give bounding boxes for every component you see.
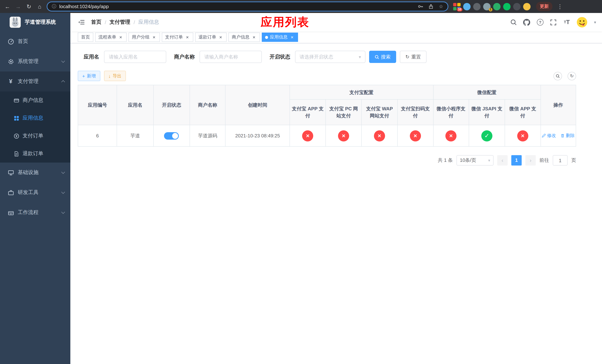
status-select[interactable]: 请选择开启状态 ▾: [295, 51, 366, 63]
sidebar-item-workflow[interactable]: 工作流程: [0, 203, 70, 223]
extension-icon-1[interactable]: 10: [453, 3, 461, 10]
share-icon[interactable]: [429, 4, 434, 9]
toggle-search-icon[interactable]: [553, 72, 562, 80]
refund-doc-icon: [13, 151, 19, 157]
next-page-button[interactable]: ›: [525, 155, 536, 166]
enabled-status-icon: ✓: [481, 130, 492, 141]
extension-icon-5[interactable]: [493, 3, 501, 10]
page-size-select[interactable]: 10条/页 ▾: [456, 155, 494, 166]
prev-page-button[interactable]: ‹: [497, 155, 508, 166]
help-icon[interactable]: ?: [537, 19, 544, 26]
close-icon[interactable]: ×: [151, 35, 157, 40]
extension-icon-4[interactable]: 1: [483, 3, 491, 10]
reload-icon[interactable]: ↻: [25, 3, 32, 10]
cell-alipay-app: ×: [290, 125, 326, 146]
add-button-label: 新增: [87, 73, 96, 79]
tab-app-info[interactable]: 应用信息×: [262, 32, 298, 42]
search-icon[interactable]: [510, 19, 517, 26]
font-small-glyph: T: [564, 20, 566, 24]
avatar-caret-icon[interactable]: ▾: [594, 20, 596, 25]
tab-home[interactable]: 首页: [78, 32, 93, 42]
sidebar-item-app-info[interactable]: 应用信息: [0, 109, 70, 127]
apps-table: 应用编号 应用名 开启状态 商户名称 创建时间 支付宝配置 微信配置 操作 支付…: [78, 85, 576, 147]
disabled-status-icon: ×: [374, 130, 385, 141]
sidebar-item-merchant-info[interactable]: 商户信息: [0, 91, 70, 109]
tab-user-group[interactable]: 用户分组×: [129, 32, 160, 42]
extension-icon-2[interactable]: [463, 3, 471, 10]
export-button-label: 导出: [113, 73, 121, 79]
home-icon[interactable]: ⌂: [36, 3, 43, 10]
edit-link[interactable]: 修改: [542, 133, 556, 139]
pay-submenu: 商户信息 应用信息 支付订单: [0, 91, 70, 162]
reset-button[interactable]: ↻ 重置: [400, 51, 427, 63]
sidebar-item-refund-order[interactable]: 退款订单: [0, 145, 70, 162]
close-icon[interactable]: ×: [290, 35, 295, 40]
sidebar-item-home[interactable]: 首页: [0, 32, 70, 52]
export-button[interactable]: ↓ 导出: [104, 71, 126, 81]
delete-link-label: 删除: [566, 133, 575, 139]
bookmark-star-icon[interactable]: ☆: [439, 4, 443, 9]
extension-icon-3[interactable]: [473, 3, 481, 10]
menu-label: 商户信息: [22, 97, 43, 104]
browser-toolbar: ← → ↻ ⌂ ⓘ localhost:1024/pay/app ☆ 10 1: [0, 0, 602, 13]
fullscreen-icon[interactable]: [550, 19, 557, 26]
refresh-icon[interactable]: ↻: [568, 72, 576, 80]
col-alipay-app: 支付宝 APP 支付: [290, 99, 326, 125]
close-icon[interactable]: ×: [251, 35, 257, 40]
back-icon[interactable]: ←: [4, 3, 11, 10]
chrome-update-button[interactable]: 更新: [536, 2, 552, 11]
col-wx-mini: 微信小程序支付: [433, 99, 469, 125]
sidebar-item-pay[interactable]: ¥ 支付管理: [0, 72, 70, 91]
cell-alipay-wap: ×: [362, 125, 398, 146]
app-logo[interactable]: 芋道管理系统: [0, 13, 70, 32]
extension-icon-6[interactable]: [503, 3, 511, 10]
breadcrumb-pay[interactable]: 支付管理: [110, 19, 130, 26]
download-icon: ↓: [108, 74, 111, 78]
close-icon[interactable]: ×: [218, 35, 223, 40]
search-button[interactable]: 搜索: [369, 51, 396, 63]
app-name-input[interactable]: [104, 51, 166, 63]
app-title: 芋道管理系统: [25, 19, 56, 26]
forward-icon[interactable]: →: [14, 3, 22, 10]
menu-label: 退款订单: [22, 150, 43, 157]
tab-pay-order[interactable]: 支付订单×: [162, 32, 193, 42]
tab-refund-order[interactable]: 退款订单×: [195, 32, 226, 42]
extension-icon-7[interactable]: [513, 3, 521, 10]
cell-wx-jsapi: ✓: [469, 125, 505, 146]
bank-card-icon: [13, 97, 19, 103]
page-1-button[interactable]: 1: [511, 155, 522, 166]
tab-process-form[interactable]: 流程表单×: [95, 32, 127, 42]
close-icon[interactable]: ×: [118, 35, 123, 40]
tab-label: 支付订单: [165, 34, 183, 40]
extension-icon-8[interactable]: [523, 3, 531, 10]
avatar[interactable]: [577, 17, 588, 28]
tab-merchant-info[interactable]: 商户信息×: [228, 32, 260, 42]
add-button[interactable]: + 新增: [78, 71, 100, 81]
font-size-icon[interactable]: TT: [563, 19, 570, 26]
close-icon[interactable]: ×: [185, 35, 190, 40]
browser-menu-icon[interactable]: ⋮: [557, 3, 563, 10]
col-group-alipay: 支付宝配置: [290, 85, 433, 99]
url-text[interactable]: localhost:1024/pay/app: [59, 4, 413, 9]
sidebar-item-pay-order[interactable]: 支付订单: [0, 127, 70, 145]
pagination: 共 1 条 10条/页 ▾ ‹ 1 › 前往 页: [78, 155, 576, 166]
menu-label: 首页: [18, 38, 28, 45]
sidebar-item-system[interactable]: 系统管理: [0, 52, 70, 72]
select-placeholder: 请选择开启状态: [300, 54, 333, 60]
merchant-name-input[interactable]: [200, 51, 262, 63]
github-icon[interactable]: [523, 19, 530, 26]
status-label: 开启状态: [269, 54, 290, 60]
sidebar-fold-icon[interactable]: [78, 19, 85, 26]
breadcrumb-home[interactable]: 首页: [91, 19, 101, 26]
goto-page-input[interactable]: [553, 155, 568, 166]
sidebar-item-dev-tools[interactable]: 研发工具: [0, 182, 70, 203]
disabled-status-icon: ×: [517, 130, 528, 141]
key-icon[interactable]: [418, 4, 423, 9]
address-bar[interactable]: ⓘ localhost:1024/pay/app ☆: [47, 1, 448, 11]
delete-link[interactable]: 删除: [560, 133, 575, 139]
breadcrumb-separator: [105, 19, 106, 25]
app-enabled-toggle[interactable]: [164, 132, 179, 139]
site-info-icon[interactable]: ⓘ: [52, 3, 56, 10]
sidebar-item-infrastructure[interactable]: 基础设施: [0, 162, 70, 182]
plus-icon: +: [82, 74, 85, 78]
